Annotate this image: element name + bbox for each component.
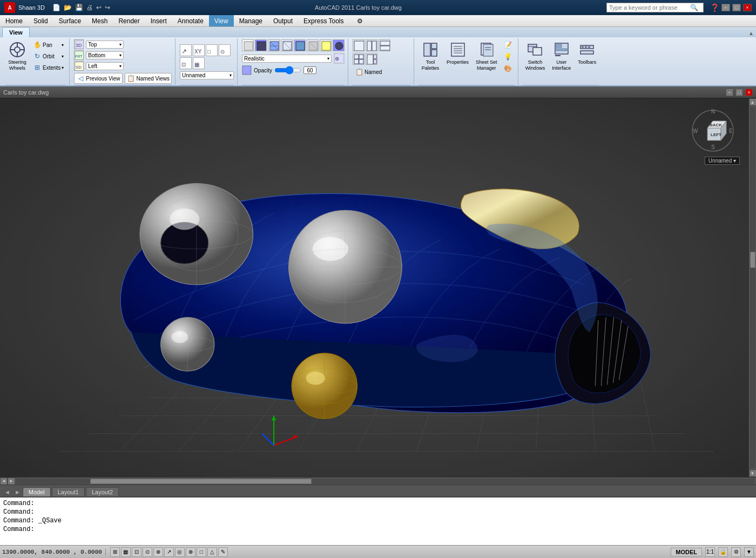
opacity-value[interactable]: 60: [303, 66, 316, 74]
vs-extra-icon[interactable]: ⊕: [334, 53, 345, 64]
coordinates-dropdown[interactable]: Unnamed ▾: [180, 71, 234, 79]
redo-icon[interactable]: ↪: [105, 4, 110, 11]
visual-style-dropdown[interactable]: Realistic ▾: [242, 55, 332, 63]
switch-windows-button[interactable]: Switch Windows: [523, 39, 548, 73]
scroll-right-btn2[interactable]: ►: [8, 478, 15, 485]
close-button[interactable]: ×: [743, 4, 752, 11]
vs-icon-2[interactable]: [255, 39, 267, 51]
toolbar-toggle-icon[interactable]: ▼: [744, 547, 754, 557]
scroll-thumb-right[interactable]: [750, 252, 755, 268]
vs-icon-4[interactable]: [281, 39, 293, 51]
open-icon[interactable]: 📂: [64, 4, 72, 11]
scroll-left-btn[interactable]: ◄: [0, 478, 8, 485]
lock-icon[interactable]: 🔒: [718, 547, 728, 557]
coord-icon-4[interactable]: ⊙: [219, 44, 231, 56]
menu-surface[interactable]: Surface: [53, 15, 86, 26]
coord-icon-2[interactable]: XY: [193, 44, 205, 56]
menu-home[interactable]: Home: [0, 15, 28, 26]
vp-icon-3[interactable]: [379, 39, 390, 51]
menu-extra[interactable]: ⚙: [352, 15, 368, 26]
coord-icon-5[interactable]: ⊡: [180, 57, 192, 69]
extents-button[interactable]: ⊞ Extents ▾: [31, 62, 66, 73]
vs-dropdown-arrow[interactable]: ▾: [327, 56, 329, 61]
named-viewports-button[interactable]: 📋 Named: [353, 66, 384, 77]
vs-icon-7[interactable]: [320, 39, 332, 51]
menu-express[interactable]: Express Tools: [298, 15, 349, 26]
coord-icon-3[interactable]: □: [206, 44, 218, 56]
vs-icon-3[interactable]: [268, 39, 280, 51]
status-icon-3[interactable]: ⊡: [132, 547, 141, 557]
menu-output[interactable]: Output: [268, 15, 298, 26]
status-icon-8[interactable]: ⊕: [186, 547, 195, 557]
vp-icon-5[interactable]: [366, 53, 377, 65]
toolbars-button[interactable]: Toolbars: [575, 39, 599, 66]
sheet-set-manager-button[interactable]: Sheet Set Manager: [473, 39, 500, 73]
pan-dropdown-arrow[interactable]: ▾: [62, 43, 64, 48]
new-icon[interactable]: 📄: [52, 4, 60, 11]
menu-render[interactable]: Render: [113, 15, 145, 26]
vs-icon-6[interactable]: [307, 39, 319, 51]
orbit-dropdown-arrow[interactable]: ▾: [62, 54, 64, 59]
left-view-dropdown[interactable]: Left ▾: [86, 62, 124, 70]
settings-icon[interactable]: ⚙: [731, 547, 741, 557]
vp-minimize-btn[interactable]: −: [726, 89, 733, 96]
status-icon-11[interactable]: ✎: [218, 547, 228, 557]
named-views-button[interactable]: 📋 Named Views: [125, 73, 172, 84]
scroll-down-btn[interactable]: ▼: [749, 469, 757, 477]
top-view-dropdown[interactable]: Top ▾: [86, 41, 124, 49]
scroll-track-h[interactable]: [16, 479, 755, 484]
coord-icon-1[interactable]: ↗: [180, 44, 192, 56]
search-box[interactable]: 🔍: [606, 3, 704, 12]
previous-view-button[interactable]: ◁ Previous View: [74, 73, 122, 84]
tab-nav-next[interactable]: ►: [12, 488, 23, 496]
search-input[interactable]: [609, 4, 690, 11]
palette-extra-2[interactable]: 💡: [502, 51, 515, 62]
vp-icon-4[interactable]: [353, 53, 364, 65]
tool-palettes-button[interactable]: Tool Palettes: [418, 39, 442, 73]
status-icon-6[interactable]: ↗: [164, 547, 174, 557]
scroll-thumb-h[interactable]: [90, 479, 312, 484]
print-icon[interactable]: 🖨: [86, 4, 93, 11]
user-interface-button[interactable]: User Interface: [549, 39, 573, 73]
status-icon-1[interactable]: ⊞: [110, 547, 120, 557]
palette-extra-1[interactable]: 📝: [502, 39, 515, 50]
tab-layout1[interactable]: Layout1: [52, 487, 85, 496]
vs-icon-1[interactable]: [242, 39, 254, 51]
palette-extra-3[interactable]: 🎨: [502, 63, 515, 74]
status-icon-4[interactable]: ⊙: [143, 547, 152, 557]
coord-icon-6[interactable]: ▦: [193, 57, 205, 69]
bottom-view-arrow[interactable]: ▾: [119, 53, 122, 58]
orbit-button[interactable]: ↻ Orbit ▾: [31, 51, 66, 62]
restore-button[interactable]: □: [732, 4, 741, 11]
tab-nav-prev[interactable]: ◄: [2, 488, 12, 496]
command-input[interactable]: [3, 535, 753, 542]
status-icon-10[interactable]: △: [207, 547, 217, 557]
help-icons[interactable]: ❓: [710, 3, 719, 12]
menu-manage[interactable]: Manage: [234, 15, 268, 26]
menu-insert[interactable]: Insert: [145, 15, 172, 26]
opacity-slider[interactable]: [274, 67, 301, 73]
viewcube[interactable]: N S W E LEFT BACK: [691, 109, 734, 152]
search-icon[interactable]: 🔍: [690, 4, 698, 11]
coord-dropdown-arrow[interactable]: ▾: [230, 73, 232, 78]
bottom-view-dropdown[interactable]: Bottom ▾: [86, 51, 124, 59]
save-icon[interactable]: 💾: [75, 4, 83, 11]
ribbon-collapse-btn[interactable]: ▲: [746, 29, 756, 37]
viewcube-label[interactable]: Unnamed ▾: [705, 157, 740, 165]
top-view-arrow[interactable]: ▾: [119, 42, 122, 47]
vp-close-btn[interactable]: ×: [745, 89, 753, 96]
minimize-button[interactable]: −: [721, 4, 730, 11]
vp-icon-2[interactable]: [366, 39, 377, 51]
status-icon-2[interactable]: ▦: [121, 547, 131, 557]
menu-annotate[interactable]: Annotate: [172, 15, 209, 26]
left-view-arrow[interactable]: ▾: [119, 64, 122, 69]
vp-icon-1[interactable]: [353, 39, 364, 51]
undo-icon[interactable]: ↩: [96, 4, 102, 11]
tab-model[interactable]: Model: [23, 487, 51, 496]
bottom-scrollbar[interactable]: ◄ ►: [0, 477, 756, 485]
scroll-up-btn[interactable]: ▲: [749, 98, 757, 106]
tab-view[interactable]: View: [2, 27, 30, 37]
viewport-canvas[interactable]: N S W E LEFT BACK: [0, 98, 756, 477]
status-icon-5[interactable]: ⊗: [153, 547, 163, 557]
viewport-scrollbar-right[interactable]: ▲ ▼: [748, 98, 756, 477]
